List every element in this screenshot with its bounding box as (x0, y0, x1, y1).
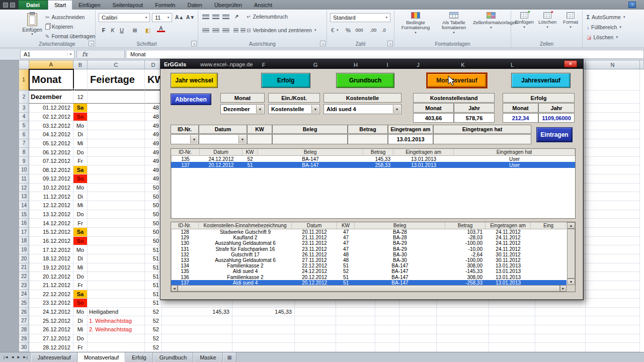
cell-n24[interactable] (586, 290, 640, 299)
cell-d11[interactable]: 49 (145, 174, 162, 184)
cell-a22[interactable]: 20.12.2012 (29, 272, 73, 281)
cell-c15[interactable] (88, 210, 145, 219)
scroll-left-icon[interactable]: ◄ (171, 285, 178, 292)
cell-d18[interactable]: 50 (145, 237, 162, 246)
row-header-7[interactable]: 7 (19, 139, 29, 148)
row-header-4[interactable]: 4 (19, 113, 29, 122)
cell-a26[interactable]: 24.12.2012 (29, 308, 73, 317)
cell-c3[interactable] (88, 104, 145, 113)
cell-a2[interactable]: Dezember (29, 90, 73, 104)
row-header-25[interactable]: 25 (19, 299, 29, 308)
cell-b12[interactable]: Mo (73, 184, 88, 193)
cell-d4[interactable]: 48 (145, 113, 162, 122)
cell-n29[interactable] (586, 334, 640, 343)
cell-d7[interactable]: 49 (145, 139, 162, 148)
cell-m30[interactable] (535, 343, 586, 352)
cell-c18[interactable] (88, 237, 145, 246)
cell-d20[interactable]: 51 (145, 254, 162, 263)
cell-d25[interactable]: 51 (145, 299, 162, 308)
cell-b5[interactable]: Mo (73, 121, 88, 130)
cell-d26[interactable]: 52 (145, 308, 162, 317)
cell-d10[interactable]: 49 (145, 166, 162, 175)
prev-sheet-icon[interactable]: ◄ (11, 355, 15, 359)
cell-c25[interactable] (88, 299, 145, 308)
cell-n17[interactable] (586, 228, 640, 237)
cell-e30[interactable] (162, 343, 232, 352)
row-header-22[interactable]: 22 (19, 272, 29, 281)
entry-field-kw[interactable] (247, 134, 272, 144)
cell-b10[interactable]: Sa (73, 166, 88, 175)
cell-k27[interactable] (437, 316, 489, 325)
cell-a11[interactable]: 09.12.2012 (29, 174, 73, 184)
cell-c7[interactable] (88, 139, 145, 148)
entries-row-135[interactable]: 13524.12.201252BA-147145,3313.01.2013Use… (171, 156, 575, 162)
cell-n6[interactable] (586, 130, 640, 139)
row-header-17[interactable]: 17 (19, 228, 29, 237)
row-header-10[interactable]: 10 (19, 166, 29, 175)
cell-a19[interactable]: 17.12.2012 (29, 245, 73, 254)
cell-f26[interactable]: 145,33 (232, 308, 295, 317)
cell-d13[interactable]: 50 (145, 192, 162, 201)
row-header-27[interactable]: 27 (19, 316, 29, 325)
cell-c21[interactable] (88, 263, 145, 273)
cell-c5[interactable] (88, 121, 145, 130)
cell-b29[interactable]: Do (73, 334, 88, 343)
history-row-133[interactable]: 133Auszahlung Geldautomat 627.11.201248B… (171, 257, 567, 263)
cell-c30[interactable] (88, 343, 145, 352)
row-header-26[interactable]: 26 (19, 308, 29, 317)
cell-n30[interactable] (586, 343, 640, 352)
cell-a9[interactable]: 07.12.2012 (29, 157, 73, 166)
row-header-9[interactable]: 9 (19, 157, 29, 166)
column-header-a[interactable]: A (29, 60, 73, 69)
cell-d14[interactable]: 50 (145, 201, 162, 210)
entries-row-137[interactable]: 13720.12.201251BA-147258,3313.01.2013Use… (171, 162, 575, 168)
cell-a1[interactable]: Monat (29, 69, 73, 90)
cell-j26[interactable] (399, 308, 437, 317)
cell-l29[interactable] (489, 334, 535, 343)
cell-b25[interactable]: So (73, 299, 88, 308)
cell-a10[interactable]: 08.12.2012 (29, 166, 73, 175)
cell-c11[interactable] (88, 174, 145, 184)
cell-i28[interactable] (375, 325, 399, 334)
cell-m28[interactable] (535, 325, 586, 334)
row-header-2[interactable]: 2 (19, 90, 29, 104)
cell-d5[interactable]: 49 (145, 121, 162, 130)
entry-combo-id-nr-[interactable]: ▼ (171, 134, 199, 144)
row-header-3[interactable]: 3 (19, 104, 29, 113)
cell-b26[interactable]: Mo (73, 308, 88, 317)
history-row-131[interactable]: 131Strafe für Falschparken 1623.11.20124… (171, 246, 567, 252)
cell-b1[interactable] (73, 69, 88, 90)
cell-n21[interactable] (586, 263, 640, 273)
cell-a30[interactable]: 28.12.2012 (29, 343, 73, 352)
cell-b4[interactable]: So (73, 113, 88, 122)
cell-i30[interactable] (375, 343, 399, 352)
row-header-12[interactable]: 12 (19, 184, 29, 193)
cell-b11[interactable]: So (73, 174, 88, 184)
cell-a16[interactable]: 14.12.2012 (29, 219, 73, 228)
row-header-1[interactable]: 1 (19, 69, 29, 90)
entry-combo-datum[interactable]: ▼ (199, 134, 247, 144)
dropdown-icon[interactable]: ▼ (393, 105, 400, 113)
cell-l26[interactable] (489, 308, 535, 317)
cell-l30[interactable] (489, 343, 535, 352)
cell-n26[interactable] (586, 308, 640, 317)
row-header-21[interactable]: 21 (19, 263, 29, 273)
cell-n23[interactable] (586, 281, 640, 290)
entry-field-betrag[interactable] (348, 134, 388, 144)
cell-b27[interactable]: Di (73, 316, 88, 325)
cell-n16[interactable] (586, 219, 640, 228)
scroll-up-icon[interactable]: ▲ (567, 222, 575, 229)
cell-g26[interactable] (295, 308, 336, 317)
dropdown-icon[interactable]: ▼ (238, 135, 246, 143)
cell-c23[interactable] (88, 281, 145, 290)
cell-a3[interactable]: 01.12.2012 (29, 104, 73, 113)
cell-n27[interactable] (586, 316, 640, 325)
cell-b17[interactable]: Sa (73, 228, 88, 237)
column-header-n[interactable]: N (586, 60, 640, 69)
cell-d23[interactable]: 51 (145, 281, 162, 290)
cell-d1[interactable]: KW (145, 69, 162, 90)
scroll-down-icon[interactable]: ▼ (567, 279, 575, 285)
row-header-13[interactable]: 13 (19, 192, 29, 201)
cell-b2[interactable]: 12 (73, 90, 88, 104)
row-header-18[interactable]: 18 (19, 237, 29, 246)
